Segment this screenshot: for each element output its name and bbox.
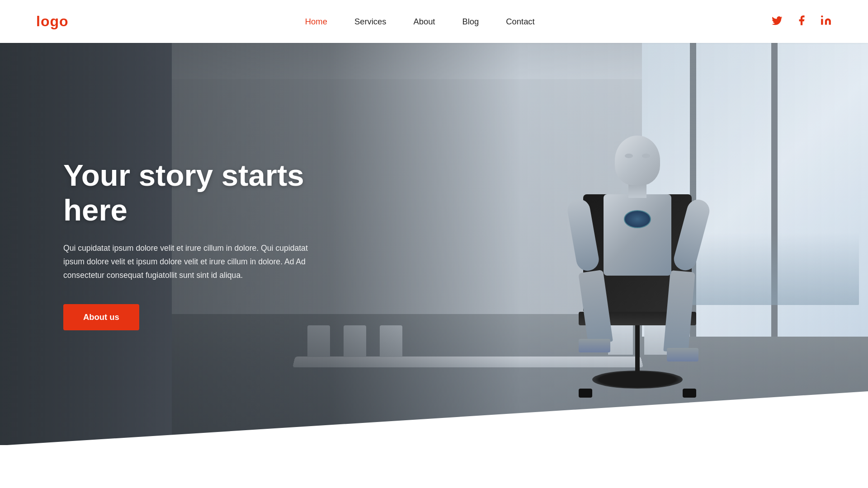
nav-item-blog[interactable]: Blog xyxy=(462,17,479,27)
nav-social xyxy=(771,14,832,29)
hero-section: Your story starts here Qui cupidatat ips… xyxy=(0,0,868,445)
hero-title: Your story starts here xyxy=(63,158,344,228)
navbar: logo Home Services About Blog Contact xyxy=(0,0,868,43)
hero-description: Qui cupidatat ipsum dolore velit et irur… xyxy=(63,242,326,282)
nav-item-services[interactable]: Services xyxy=(354,17,387,27)
hero-text-block: Your story starts here Qui cupidatat ips… xyxy=(63,158,344,330)
nav-link-contact[interactable]: Contact xyxy=(506,17,534,26)
nav-link-about[interactable]: About xyxy=(413,17,435,26)
nav-link-services[interactable]: Services xyxy=(354,17,387,26)
twitter-icon[interactable] xyxy=(771,14,783,29)
nav-links: Home Services About Blog Contact xyxy=(305,17,535,27)
svg-point-0 xyxy=(821,15,823,17)
logo[interactable]: logo xyxy=(36,13,69,30)
facebook-icon[interactable] xyxy=(796,14,807,29)
nav-link-home[interactable]: Home xyxy=(305,17,327,26)
hero-content: Your story starts here Qui cupidatat ips… xyxy=(0,43,868,445)
about-us-button[interactable]: About us xyxy=(63,304,139,330)
nav-item-about[interactable]: About xyxy=(413,17,435,27)
nav-item-home[interactable]: Home xyxy=(305,17,327,27)
nav-link-blog[interactable]: Blog xyxy=(462,17,479,26)
linkedin-icon[interactable] xyxy=(820,14,832,29)
nav-item-contact[interactable]: Contact xyxy=(506,17,534,27)
